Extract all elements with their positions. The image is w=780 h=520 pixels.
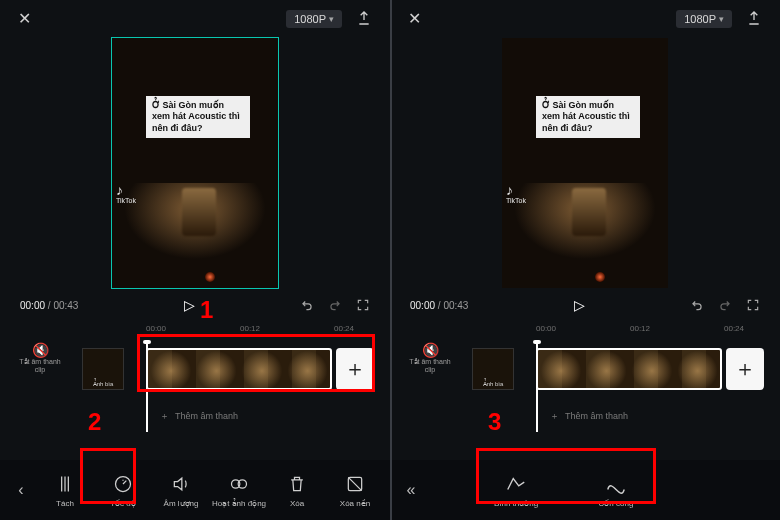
playback-row: 00:00 / 00:43 ▷ <box>8 288 382 322</box>
cover-image-button[interactable]: Ảnh bìa <box>82 348 124 390</box>
play-button[interactable]: ▷ <box>574 297 585 313</box>
close-icon[interactable]: ✕ <box>18 11 31 27</box>
resolution-button[interactable]: 1080P <box>286 10 342 28</box>
phone-screen-left: ✕ 1080P ♪ TikTok Ở Sài Gòn muốn xem hát … <box>0 0 390 520</box>
bottom-toolbar: ‹ Tách Tốc độ Âm lượng Hoạt ảnh động Xóa <box>0 460 390 520</box>
tool-remove-bg[interactable]: Xóa nền <box>326 473 384 508</box>
top-bar: ✕ 1080P <box>398 0 772 38</box>
annotation-number-2: 2 <box>88 408 101 436</box>
fullscreen-icon[interactable] <box>356 298 370 312</box>
playback-time: 00:00 / 00:43 <box>20 300 78 311</box>
playback-row: 00:00 / 00:43 ▷ <box>398 288 772 322</box>
annotation-box-speed-options <box>476 448 656 504</box>
close-icon[interactable]: ✕ <box>408 11 421 27</box>
back-button[interactable]: « <box>396 468 426 512</box>
redo-icon[interactable] <box>718 298 732 312</box>
plus-icon: ＋ <box>550 410 559 423</box>
redo-icon[interactable] <box>328 298 342 312</box>
video-overlay-text: Ở Sài Gòn muốn xem hát Acoustic thì nên … <box>536 96 640 138</box>
timeline[interactable]: 🔇 Tắt âm thanh clip Ảnh bìa ＋ <box>398 340 772 402</box>
video-overlay-text: Ở Sài Gòn muốn xem hát Acoustic thì nên … <box>146 96 250 138</box>
export-icon[interactable] <box>356 10 372 29</box>
cover-image-button[interactable]: Ảnh bìa <box>472 348 514 390</box>
add-clip-button[interactable]: ＋ <box>726 348 764 390</box>
annotation-box-clip <box>137 334 375 392</box>
resolution-button[interactable]: 1080P <box>676 10 732 28</box>
annotation-number-3: 3 <box>488 408 501 436</box>
plus-icon: ＋ <box>160 410 169 423</box>
tool-volume[interactable]: Âm lượng <box>152 473 210 508</box>
tool-animation[interactable]: Hoạt ảnh động <box>210 473 268 508</box>
video-preview[interactable]: ♪ TikTok Ở Sài Gòn muốn xem hát Acoustic… <box>502 38 668 288</box>
timeline-ruler: 00:00 00:12 00:24 <box>398 324 772 338</box>
undo-icon[interactable] <box>300 298 314 312</box>
mute-clip-button[interactable]: 🔇 Tắt âm thanh clip <box>408 342 452 373</box>
export-icon[interactable] <box>746 10 762 29</box>
video-clip[interactable] <box>536 348 722 390</box>
phone-screen-right: ✕ 1080P ♪ TikTok Ở Sài Gòn muốn xem hát … <box>390 0 780 520</box>
fullscreen-icon[interactable] <box>746 298 760 312</box>
play-button[interactable]: ▷ <box>184 297 195 313</box>
add-audio-row[interactable]: ＋ Thêm âm thanh <box>8 402 382 430</box>
mute-clip-button[interactable]: 🔇 Tắt âm thanh clip <box>18 342 62 373</box>
annotation-number-1: 1 <box>200 296 213 324</box>
screen-divider <box>390 0 392 520</box>
tiktok-watermark: ♪ TikTok <box>506 183 526 204</box>
back-button[interactable]: ‹ <box>6 468 36 512</box>
tiktok-watermark: ♪ TikTok <box>116 183 136 204</box>
video-preview[interactable]: ♪ TikTok Ở Sài Gòn muốn xem hát Acoustic… <box>112 38 278 288</box>
add-audio-row[interactable]: ＋ Thêm âm thanh <box>398 402 772 430</box>
undo-icon[interactable] <box>690 298 704 312</box>
top-bar: ✕ 1080P <box>8 0 382 38</box>
annotation-box-speed <box>80 448 136 504</box>
tool-delete[interactable]: Xóa <box>268 473 326 508</box>
playback-time: 00:00 / 00:43 <box>410 300 468 311</box>
